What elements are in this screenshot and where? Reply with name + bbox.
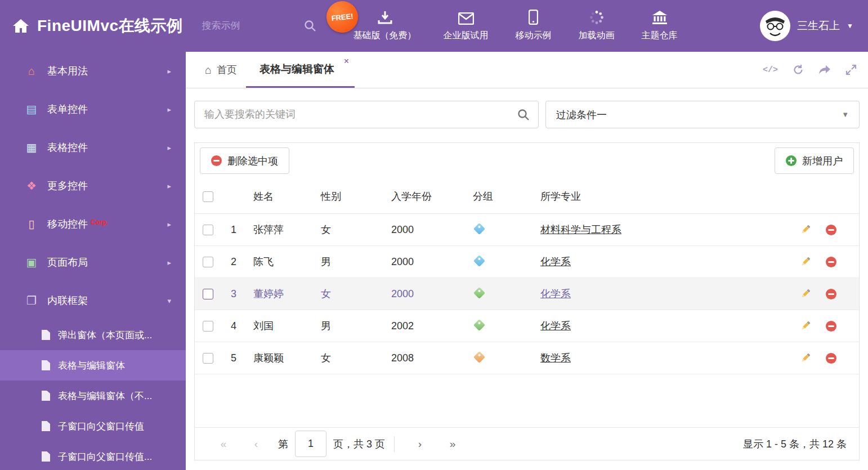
- pagination-bar: « ‹ 第 页，共 3 页 › » 显示 1 - 5 条，共 12 条: [195, 427, 859, 460]
- chevron-right-icon: ▸: [167, 220, 171, 229]
- select-all-checkbox[interactable]: [203, 191, 213, 202]
- sidebar-subitem-popup-window[interactable]: 弹出窗体（本页面或...: [0, 320, 186, 350]
- corp-badge: Corp.: [91, 218, 108, 226]
- code-icon[interactable]: </>: [763, 65, 778, 75]
- students-table: 姓名 性别 入学年份 分组 所学专业 1 张萍萍: [195, 180, 859, 374]
- sidebar-subitem-child-to-parent[interactable]: 子窗口向父窗口传值: [0, 411, 186, 441]
- major-link[interactable]: 化学系: [540, 320, 571, 332]
- caret-down-icon[interactable]: ▼: [847, 22, 853, 30]
- nav-label: 移动示例: [516, 30, 552, 42]
- app-root: FineUIMvc在线示例 FREE! 基础版（免费） 企业版试用: [0, 0, 868, 470]
- row-checkbox[interactable]: [203, 289, 213, 299]
- tag-icon: [473, 254, 485, 266]
- spinner-icon: [589, 10, 604, 25]
- table-row[interactable]: 5 康颖颖 女 2008 数学系: [195, 342, 859, 374]
- refresh-icon[interactable]: [793, 64, 804, 75]
- table-row[interactable]: 1 张萍萍 女 2000 材料科学与工程系: [195, 214, 859, 246]
- delete-icon[interactable]: [826, 257, 836, 267]
- tag-icon: [473, 319, 485, 330]
- file-icon: [42, 451, 50, 462]
- edit-icon[interactable]: [800, 256, 811, 267]
- row-checkbox[interactable]: [203, 257, 213, 267]
- delete-icon[interactable]: [826, 353, 836, 364]
- page-label-suffix: 页，共 3 页: [333, 437, 385, 451]
- chevron-right-icon: ▸: [167, 67, 171, 75]
- delete-selected-button[interactable]: 删除选中项: [200, 147, 289, 174]
- edit-icon[interactable]: [800, 352, 811, 364]
- sidebar-item-mobile-controls[interactable]: ▯ 移动控件Corp. ▸: [0, 205, 186, 243]
- table-row[interactable]: 2 陈飞 男 2000 化学系: [195, 246, 859, 278]
- row-checkbox[interactable]: [203, 225, 213, 235]
- nav-loading-animation[interactable]: 加载动画: [579, 10, 615, 42]
- sidebar-item-more-controls[interactable]: ❖ 更多控件 ▸: [0, 167, 186, 205]
- sidebar-subitem-grid-edit-window[interactable]: 表格与编辑窗体: [0, 350, 186, 381]
- cell-year: 2000: [386, 214, 467, 246]
- file-icon: [42, 421, 50, 431]
- search-icon[interactable]: [517, 109, 530, 121]
- tab-home[interactable]: ⌂ 首页: [196, 52, 246, 88]
- tab-strip: ⌂ 首页 表格与编辑窗体 × </>: [186, 52, 868, 88]
- app-logo[interactable]: FineUIMvc在线示例: [0, 15, 183, 37]
- tab-grid-edit-window[interactable]: 表格与编辑窗体 ×: [246, 52, 355, 88]
- col-name: 姓名: [248, 180, 315, 214]
- user-name[interactable]: 三生石上: [797, 19, 840, 33]
- cell-year: 2000: [386, 246, 467, 278]
- last-page-icon[interactable]: »: [436, 438, 469, 450]
- table-row-selected[interactable]: 3 董婷婷 女 2000 化学系: [195, 278, 859, 310]
- record-summary: 显示 1 - 5 条，共 12 条: [743, 437, 847, 451]
- avatar[interactable]: [760, 11, 790, 41]
- sidebar-item-basic-usage[interactable]: ⌂ 基本用法 ▸: [0, 52, 186, 90]
- first-page-icon[interactable]: «: [207, 438, 240, 450]
- sidebar-item-page-layout[interactable]: ▣ 页面布局 ▸: [0, 243, 186, 281]
- edit-icon[interactable]: [800, 288, 811, 299]
- nav-mobile-demo[interactable]: 移动示例: [516, 10, 552, 42]
- col-group: 分组: [467, 180, 535, 214]
- nav-label: 基础版（免费）: [354, 30, 417, 42]
- cell-index: 4: [225, 310, 248, 342]
- keyword-search-box: [194, 101, 539, 128]
- cell-gender: 男: [315, 310, 386, 342]
- share-icon[interactable]: [818, 65, 831, 75]
- row-checkbox[interactable]: [203, 353, 213, 364]
- next-page-icon[interactable]: ›: [404, 438, 436, 450]
- cell-name: 董婷婷: [248, 278, 315, 310]
- nav-theme-repo[interactable]: 主题仓库: [642, 10, 678, 42]
- delete-icon[interactable]: [826, 289, 836, 299]
- filter-dropdown[interactable]: 过滤条件一 ▼: [545, 101, 860, 128]
- delete-icon[interactable]: [826, 321, 836, 332]
- major-link[interactable]: 化学系: [540, 256, 571, 267]
- table-row[interactable]: 4 刘国 男 2002 化学系: [195, 310, 859, 342]
- page-number-input[interactable]: [295, 431, 326, 457]
- row-checkbox[interactable]: [203, 321, 213, 332]
- minus-circle-icon: [211, 155, 222, 166]
- sidebar-item-inline-frame[interactable]: ❐ 内联框架 ▾: [0, 281, 186, 320]
- nav-basic-free[interactable]: FREE! 基础版（免费）: [354, 10, 417, 42]
- add-user-button[interactable]: 新增用户: [775, 147, 854, 174]
- sidebar-subitem-child-to-parent-2[interactable]: 子窗口向父窗口传值...: [0, 441, 186, 470]
- delete-icon[interactable]: [826, 225, 836, 235]
- close-icon[interactable]: ×: [344, 57, 349, 66]
- keyword-search-input[interactable]: [203, 108, 517, 121]
- sidebar-item-grid-controls[interactable]: ▦ 表格控件 ▸: [0, 128, 186, 167]
- major-link[interactable]: 材料科学与工程系: [540, 224, 621, 235]
- cell-year: 2008: [386, 342, 467, 374]
- sidebar-subitem-grid-edit-window-2[interactable]: 表格与编辑窗体（不...: [0, 381, 186, 411]
- expand-icon[interactable]: [845, 64, 857, 75]
- header-search-input[interactable]: [201, 20, 288, 32]
- prev-page-icon[interactable]: ‹: [240, 438, 272, 450]
- caret-down-icon: ▼: [842, 110, 849, 119]
- major-link[interactable]: 化学系: [540, 288, 571, 299]
- tag-icon: [473, 222, 485, 234]
- edit-icon[interactable]: [800, 224, 811, 235]
- nav-enterprise-trial[interactable]: 企业版试用: [444, 10, 489, 42]
- chevron-right-icon: ▸: [167, 105, 171, 114]
- tab-label: 表格与编辑窗体: [259, 62, 334, 77]
- sidebar-item-label: 页面布局: [47, 256, 167, 269]
- sidebar-item-form-controls[interactable]: ▤ 表单控件 ▸: [0, 90, 186, 128]
- nav-label: 主题仓库: [642, 30, 678, 42]
- major-link[interactable]: 数学系: [540, 352, 571, 364]
- free-badge: FREE!: [325, 0, 360, 34]
- search-icon[interactable]: [304, 20, 316, 32]
- edit-icon[interactable]: [800, 320, 811, 332]
- plus-circle-icon: [786, 155, 797, 166]
